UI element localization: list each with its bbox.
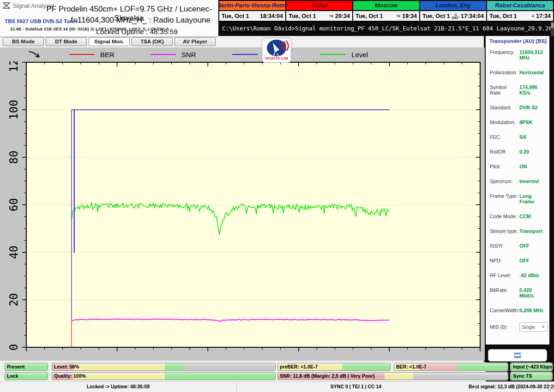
meter-label: SNR: 11,8 dB (Margin: 2,5 dB | Very Poor… (280, 373, 374, 380)
parameter-label: Pilot: (490, 164, 519, 169)
statusbar-best-signal: Best signal: 12,3 dB (2024-09-30 22:26) (469, 384, 554, 389)
clock-city: Rabat-Casablanca (487, 1, 553, 11)
clock-date: Tue, Oct 1 (355, 13, 396, 19)
parameter-label: Symbol Rate: (490, 84, 519, 95)
save-icon (514, 352, 521, 358)
parameter-value: OFF (519, 258, 530, 263)
legend-line-swatch (232, 54, 258, 55)
parameter-label: CarrierWidth: (490, 308, 519, 313)
parameter-label: FEC: (490, 134, 519, 140)
clock-time: 17:34 (536, 13, 551, 19)
mis-select[interactable]: Single ▼ (519, 322, 548, 332)
cmd-text: C:\Users\Roman Dávid>Signal monitoring_P… (222, 25, 554, 32)
parameter-row: Spectrum: Inverted (486, 178, 549, 184)
clock-cell: Berlin-Paris-Vienna-Roma Tue, Oct 1 18:3… (219, 1, 286, 21)
parameter-label: RollOff: (490, 149, 519, 154)
clock-cell: Dubai Tue, Oct 1 +2 20:34 (286, 1, 353, 21)
signal-chart-region: BER SNR Quality Level 020406080100120 (0, 48, 485, 361)
parameter-value: Horizontal (519, 70, 544, 75)
meter-label: BER: <1.0E-7 (396, 363, 427, 370)
parameter-label: Stream type: (490, 228, 519, 234)
transponder-panel-title: Transponder (AU) [BS] (486, 37, 549, 44)
lock-meter: Lock (5, 372, 48, 380)
frequency-title: f=11604,300 MHz_H_ : Radio Laayoune (65, 16, 217, 25)
parameter-label: NPD: (490, 258, 519, 263)
meter-label: Input (~423 Kbps) (513, 363, 552, 370)
clock-time: 18:34:04 (260, 13, 283, 19)
dxsatcs-logo-text: DXSATCS.COM (265, 57, 288, 60)
mode-tab[interactable]: BS Mode (3, 37, 44, 46)
legend-item: SNR (151, 51, 196, 59)
mode-tab[interactable]: DT Mode (46, 37, 87, 46)
parameter-value: Inverted (519, 178, 539, 184)
svg-text:80: 80 (7, 151, 20, 164)
parameter-label: Code Mode: (490, 214, 519, 219)
clock-city: Moscow (353, 1, 419, 11)
legend-label: SNR (181, 51, 196, 59)
mode-tab[interactable]: Signal Mon. (89, 37, 130, 46)
cmd-title-bar: C:\Users\Roman Dávid>Signal monitoring_P… (218, 22, 554, 36)
meter-label: Quality: 100% (54, 373, 86, 380)
parameter-value: 5/6 (519, 134, 526, 140)
snr-meter: SNR: 11,8 dB (Margin: 2,5 dB | Very Poor… (277, 372, 508, 380)
parameter-value: DVB-S2 (519, 105, 538, 110)
signal-plot: 020406080100120 (0, 61, 485, 361)
parameter-row: Symbol Rate: 174,995 KS/s (486, 84, 549, 95)
parameter-row: FEC: 5/6 (486, 134, 549, 140)
clock-utc-offset: +2 (329, 14, 333, 18)
parameter-value: -42 dBm (519, 273, 539, 278)
parameter-label: Frequency: (490, 49, 519, 55)
meter-label: preBER: <1.0E-7 (280, 363, 318, 370)
svg-text:120: 120 (7, 61, 20, 72)
parameter-value: 11604,313 MHz (519, 49, 548, 60)
mode-tab[interactable]: TSA (OK) (132, 37, 173, 46)
parameter-value: 174,995 KS/s (519, 84, 548, 95)
trend-arrow-icon (27, 49, 42, 59)
level-meter: Level: 58% (52, 363, 276, 371)
mode-tab[interactable]: AV Player (175, 37, 216, 46)
statusbar-sync-info: SYNC 0 | TEI 1 | CC 14 (236, 384, 476, 389)
parameter-row: BitRate: 0,420 Mbit/s (486, 287, 549, 298)
parameter-row: Standard: DVB-S2 (486, 105, 549, 110)
parameter-value: 0,420 Mbit/s (519, 287, 548, 298)
parameter-row: Polarization: Horizontal (486, 70, 549, 75)
sync-ts-meter: Sync TS (511, 372, 552, 380)
clock-city: London, Eng (420, 1, 486, 11)
save-button[interactable] (488, 349, 547, 362)
dxsatcs-logo: DXSATCS.COM (262, 38, 291, 63)
clock-cell: Rabat-Casablanca Tue, Oct 1 -1 17:34 (487, 1, 553, 21)
parameter-row: RollOff: 0.20 (486, 149, 549, 154)
parameter-row: ISSYI OFF (486, 243, 549, 249)
locked-uptime: Locked Uptime : 48:35:59 (69, 28, 205, 36)
parameter-row: Frame Type: Long Frame (486, 193, 549, 204)
parameter-row: Stream type: Transport (486, 228, 549, 234)
parameter-label: Polarization: (490, 70, 519, 75)
cmd-scrollbar[interactable] (551, 22, 554, 36)
parameter-row: CarrierWidth: 0,208 MHz (486, 308, 549, 313)
parameter-value: OFF (519, 243, 530, 249)
clock-cell: London, Eng Tue, Oct 1 -1DST 17:34:04 (420, 1, 487, 21)
parameter-value: ON (519, 164, 527, 169)
statusbar-divider (476, 383, 476, 392)
parameter-label: Spectrum: (490, 178, 519, 184)
meter-label: Lock (7, 373, 18, 380)
resize-grip[interactable] (548, 386, 553, 391)
signal-analyzer-window: Signal Analyzer PF Prodelin 450cm+ LOF=9… (0, 0, 554, 392)
mode-tabs: BS ModeDT ModeSignal Mon.TSA (OK)AV Play… (3, 37, 216, 46)
svg-text:0: 0 (7, 344, 20, 350)
meter-label: Present (7, 363, 25, 370)
header: Signal Analyzer PF Prodelin 450cm+ LOF=9… (0, 0, 218, 37)
svg-text:60: 60 (7, 198, 20, 212)
clock-utc-offset: -1 (531, 14, 534, 18)
parameter-label: RF Level: (490, 273, 519, 278)
clock-city: Dubai (286, 1, 352, 11)
clock-utc-offset: -1DST (452, 13, 459, 19)
parameter-row: Pilot: ON (486, 164, 549, 169)
legend-item: BER (69, 51, 114, 59)
parameter-value: 8PSK (519, 119, 532, 125)
parameter-label: Standard: (490, 105, 519, 110)
legend-label: BER (100, 51, 114, 59)
legend-line-swatch (69, 54, 95, 55)
statusbar-divider (236, 383, 237, 392)
chart-legend: BER SNR Quality Level (0, 48, 485, 61)
